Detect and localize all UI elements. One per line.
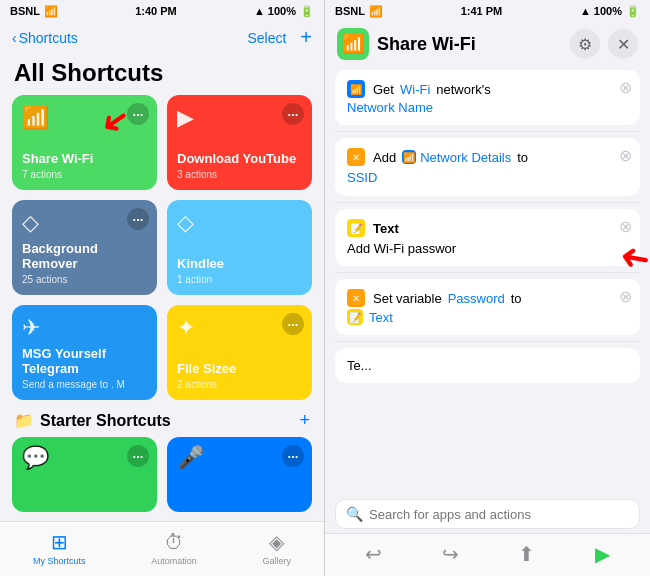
action-add-network: ✕ Add 📶 Network Details to SSID ⊗ <box>335 138 640 196</box>
left-panel: BSNL 📶 1:40 PM ▲ 100% 🔋 ‹ Shortcuts Sele… <box>0 0 325 576</box>
share-icon[interactable]: ⬆ <box>518 542 535 566</box>
action-get-wifi: 📶 Get Wi-Fi network's Network Name ⊗ <box>335 70 640 125</box>
left-status-bar: BSNL 📶 1:40 PM ▲ 100% 🔋 <box>0 0 324 22</box>
starter-card-2-icon: 🎤 <box>177 445 204 471</box>
wifi-action-icon: 📶 <box>347 80 365 98</box>
select-button[interactable]: Select <box>247 30 286 46</box>
starter-section-left: 📁 Starter Shortcuts <box>14 411 171 430</box>
folder-icon: 📁 <box>14 411 34 430</box>
right-carrier: BSNL <box>335 5 365 17</box>
download-youtube-subtitle: 3 actions <box>177 169 302 180</box>
play-icon[interactable]: ▶ <box>595 542 610 566</box>
shortcut-card-filesizee[interactable]: ✦ ··· File Sizee 2 actions <box>167 305 312 400</box>
search-icon: 🔍 <box>346 506 363 522</box>
search-bar[interactable]: 🔍 <box>335 499 640 529</box>
starter-card-1-icon: 💬 <box>22 445 49 471</box>
settings-icon-btn[interactable]: ⚙ <box>570 29 600 59</box>
chevron-left-icon: ‹ <box>12 30 17 46</box>
close-icon-btn[interactable]: ✕ <box>608 29 638 59</box>
redo-icon[interactable]: ↪ <box>442 542 459 566</box>
action-set-variable: ✕ Set variable Password to 📝 Text ⊗ <box>335 279 640 335</box>
wifi-link[interactable]: Wi-Fi <box>400 82 430 97</box>
left-signal: ▲ 100% <box>254 5 296 17</box>
shortcut-card-telegram[interactable]: ✈ MSG Yourself Telegram Send a message t… <box>12 305 157 400</box>
divider-2 <box>335 202 640 203</box>
download-youtube-title: Download YouTube <box>177 151 302 167</box>
telegram-title: MSG Yourself Telegram <box>22 346 147 377</box>
add-text: Add <box>373 150 396 165</box>
add-starter-button[interactable]: + <box>299 410 310 431</box>
text-link[interactable]: Text <box>369 310 393 325</box>
right-status-bar: BSNL 📶 1:41 PM ▲ 100% 🔋 <box>325 0 650 22</box>
page-title: All Shortcuts <box>0 53 324 95</box>
share-wifi-title: Share Wi-Fi <box>22 151 147 167</box>
actions-list: 📶 Get Wi-Fi network's Network Name ⊗ ✕ A… <box>325 64 650 495</box>
right-status-left: BSNL 📶 <box>335 5 383 18</box>
dismiss-get-wifi[interactable]: ⊗ <box>619 78 632 97</box>
password-link[interactable]: Password <box>448 291 505 306</box>
add-shortcut-button[interactable]: + <box>300 26 312 49</box>
tab-my-shortcuts[interactable]: ⊞ My Shortcuts <box>33 530 86 566</box>
shortcut-card-share-wifi[interactable]: 📶 ··· Share Wi-Fi 7 actions ➜ <box>12 95 157 190</box>
starter-menu-1[interactable]: ··· <box>127 445 149 467</box>
left-wifi-icon: 📶 <box>44 5 58 18</box>
wifi-small-icon: 📶 <box>402 150 416 164</box>
tab-bar: ⊞ My Shortcuts ⏱ Automation ◈ Gallery <box>0 521 324 576</box>
to-text: to <box>517 150 528 165</box>
tab-automation[interactable]: ⏱ Automation <box>151 531 197 566</box>
network-details-link[interactable]: 📶 Network Details <box>402 150 511 165</box>
search-input[interactable] <box>369 507 629 522</box>
shortcut-card-bg-remover[interactable]: ◇ ··· Background Remover 25 actions <box>12 200 157 295</box>
divider-3 <box>335 272 640 273</box>
set-variable-icon: ✕ <box>347 289 365 307</box>
starter-card-2[interactable]: 🎤 ··· <box>167 437 312 512</box>
right-bottom-bar: ↩ ↪ ⬆ ▶ <box>325 533 650 576</box>
network-name-link[interactable]: Network Name <box>347 100 433 115</box>
right-page-title: Share Wi-Fi <box>377 34 476 55</box>
starter-card-1[interactable]: 💬 ··· <box>12 437 157 512</box>
left-status-left: BSNL 📶 <box>10 5 58 18</box>
right-status-right: ▲ 100% 🔋 <box>580 5 640 18</box>
ssid-link[interactable]: SSID <box>347 170 377 185</box>
dismiss-text[interactable]: ⊗ <box>619 217 632 236</box>
card-menu-btn-yt[interactable]: ··· <box>282 103 304 125</box>
text-link-icon: 📝 <box>347 309 363 325</box>
starter-shortcuts-label: Starter Shortcuts <box>40 412 171 430</box>
shortcut-card-download-youtube[interactable]: ▶ ··· Download YouTube 3 actions <box>167 95 312 190</box>
right-signal: ▲ 100% <box>580 5 622 17</box>
tab-gallery[interactable]: ◈ Gallery <box>263 530 292 566</box>
left-carrier: BSNL <box>10 5 40 17</box>
left-battery: 🔋 <box>300 5 314 18</box>
right-nav-icons: ⚙ ✕ <box>570 29 638 59</box>
my-shortcuts-label: My Shortcuts <box>33 556 86 566</box>
right-nav-title: 📶 Share Wi-Fi <box>337 28 476 60</box>
text-action-body: Add Wi-Fi passwor <box>347 241 628 256</box>
kindlee-subtitle: 1 action <box>177 274 302 285</box>
divider-4 <box>335 341 640 342</box>
bg-remover-title: Background Remover <box>22 241 147 272</box>
automation-icon: ⏱ <box>164 531 184 554</box>
automation-label: Automation <box>151 556 197 566</box>
bg-remover-icon: ◇ <box>22 210 39 236</box>
telegram-subtitle: Send a message to . M <box>22 379 147 390</box>
left-status-right: ▲ 100% 🔋 <box>254 5 314 18</box>
share-wifi-subtitle: 7 actions <box>22 169 147 180</box>
truncated-header: Te... <box>347 358 628 373</box>
card-menu-btn-bg[interactable]: ··· <box>127 208 149 230</box>
my-shortcuts-icon: ⊞ <box>51 530 68 554</box>
dismiss-add-network[interactable]: ⊗ <box>619 146 632 165</box>
shortcut-card-kindlee[interactable]: ◇ Kindlee 1 action <box>167 200 312 295</box>
starter-menu-2[interactable]: ··· <box>282 445 304 467</box>
bg-remover-subtitle: 25 actions <box>22 274 147 285</box>
undo-icon[interactable]: ↩ <box>365 542 382 566</box>
filesizee-title: File Sizee <box>177 361 302 377</box>
back-button[interactable]: ‹ Shortcuts <box>12 30 78 46</box>
add-network-icon: ✕ <box>347 148 365 166</box>
card-menu-btn-fs[interactable]: ··· <box>282 313 304 335</box>
dismiss-set-var[interactable]: ⊗ <box>619 287 632 306</box>
right-battery: 🔋 <box>626 5 640 18</box>
nav-actions: Select + <box>247 26 312 49</box>
card-menu-btn[interactable]: ··· <box>127 103 149 125</box>
action-add-network-header: ✕ Add 📶 Network Details to <box>347 148 628 166</box>
left-time: 1:40 PM <box>135 5 177 17</box>
